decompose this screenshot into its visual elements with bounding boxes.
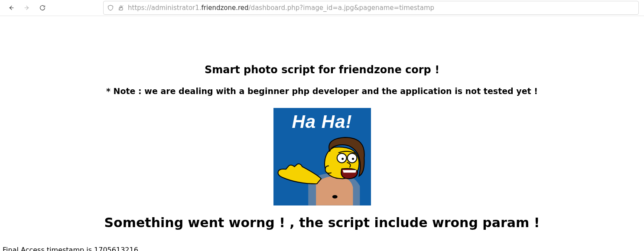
page-title: Smart photo script for friendzone corp ! — [0, 64, 644, 76]
reload-icon — [39, 4, 46, 11]
svg-point-4 — [347, 153, 357, 163]
back-button[interactable] — [5, 2, 17, 14]
arrow-right-icon — [23, 4, 30, 11]
svg-point-3 — [337, 153, 346, 163]
url-host: friendzone.red — [202, 4, 249, 12]
url-path: /dashboard.php?image_id=a.jpg&pagename=t… — [249, 4, 435, 12]
lock-icon — [117, 4, 124, 11]
url-subdomain: administrator1. — [151, 4, 202, 12]
svg-point-2 — [332, 195, 337, 199]
svg-point-6 — [351, 158, 354, 160]
meme-image: Ha Ha! — [273, 108, 371, 205]
browser-toolbar: https://administrator1.friendzone.red/da… — [0, 0, 644, 16]
shield-icon — [107, 4, 114, 11]
page-note: * Note : we are dealing with a beginner … — [0, 86, 644, 96]
meme-caption: Ha Ha! — [273, 111, 371, 132]
svg-point-5 — [342, 158, 344, 160]
page-content: Smart photo script for friendzone corp !… — [0, 64, 644, 251]
url-scheme: https:// — [128, 4, 151, 12]
image-container: Ha Ha! — [0, 108, 644, 205]
timestamp-line: Final Access timestamp is 1705613216 — [3, 246, 644, 251]
nelson-cartoon-icon — [273, 132, 371, 205]
error-heading: Something went worng ! , the script incl… — [0, 215, 644, 230]
arrow-left-icon — [8, 4, 15, 11]
url-text: https://administrator1.friendzone.red/da… — [128, 4, 434, 12]
address-bar[interactable]: https://administrator1.friendzone.red/da… — [103, 1, 639, 15]
reload-button[interactable] — [36, 2, 49, 14]
forward-button[interactable] — [21, 2, 33, 14]
